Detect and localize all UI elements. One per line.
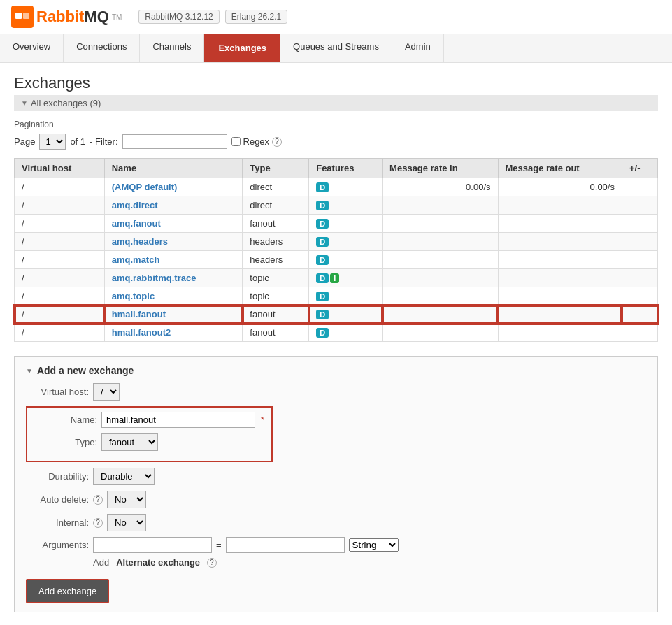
- cell-actions: [622, 251, 657, 269]
- filter-input[interactable]: [122, 134, 227, 149]
- type-select[interactable]: direct fanout topic headers: [101, 433, 158, 451]
- all-exchanges-label: All exchanges (9): [31, 98, 101, 108]
- vhost-label: Virtual host:: [26, 387, 89, 397]
- regex-checkbox[interactable]: [231, 137, 241, 146]
- cell-actions: [622, 269, 657, 287]
- nav-queues[interactable]: Queues and Streams: [280, 34, 392, 62]
- auto-delete-help[interactable]: ?: [93, 495, 103, 505]
- cell-type: direct: [243, 178, 309, 196]
- cell-rate-out: [498, 269, 622, 287]
- nav-admin[interactable]: Admin: [392, 34, 444, 62]
- cell-rate-out: [498, 215, 622, 233]
- cell-vhost: /: [15, 233, 105, 251]
- alt-exchange-help[interactable]: ?: [207, 558, 217, 568]
- page-label: Page: [14, 136, 35, 147]
- cell-type: fanout: [243, 324, 309, 342]
- feature-badge: D: [316, 201, 329, 210]
- page-select[interactable]: 1: [39, 134, 66, 150]
- table-row[interactable]: / amq.topic topic D: [15, 287, 658, 306]
- cell-name[interactable]: amq.headers: [104, 233, 243, 251]
- cell-type: direct: [243, 196, 309, 215]
- cell-features: D: [309, 215, 383, 233]
- arguments-row: Arguments: = String Number Boolean: [26, 537, 646, 553]
- svg-rect-0: [15, 13, 22, 19]
- arg-value-input[interactable]: [226, 537, 345, 553]
- nav-channels[interactable]: Channels: [140, 34, 204, 62]
- vhost-select[interactable]: /: [93, 383, 120, 401]
- table-row[interactable]: / amq.match headers D: [15, 251, 658, 269]
- required-star: *: [261, 415, 264, 425]
- nav-overview[interactable]: Overview: [0, 34, 64, 62]
- regex-help-icon[interactable]: ?: [272, 137, 282, 147]
- col-name: Name: [104, 159, 243, 178]
- arg-key-input[interactable]: [93, 537, 212, 553]
- auto-delete-select[interactable]: No Yes: [107, 491, 146, 508]
- page-title: Exchanges: [14, 74, 658, 92]
- cell-features: D: [309, 287, 383, 306]
- cell-name[interactable]: amq.direct: [104, 196, 243, 215]
- logo-text: RabbitMQ: [36, 8, 109, 26]
- cell-name[interactable]: hmall.fanout: [104, 306, 243, 324]
- all-exchanges-header[interactable]: ▼ All exchanges (9): [14, 95, 658, 111]
- nav-connections[interactable]: Connections: [64, 34, 140, 62]
- cell-rate-in: [383, 287, 498, 306]
- cell-vhost: /: [15, 251, 105, 269]
- feature-badge: D: [316, 292, 329, 301]
- internal-help[interactable]: ?: [93, 518, 103, 528]
- logo-tm: TM: [112, 13, 122, 21]
- type-row: Type: direct fanout topic headers: [34, 433, 264, 451]
- regex-text: Regex: [243, 136, 270, 147]
- nav-exchanges[interactable]: Exchanges: [204, 34, 280, 62]
- cell-name[interactable]: amq.fanout: [104, 215, 243, 233]
- feature-badge: D: [316, 182, 329, 192]
- cell-rate-in: [383, 196, 498, 215]
- internal-select[interactable]: No Yes: [107, 514, 146, 531]
- add-label: Add: [93, 557, 109, 568]
- table-row[interactable]: / amq.fanout fanout D: [15, 215, 658, 233]
- feature-badge: D: [316, 219, 329, 229]
- version-badges: RabbitMQ 3.12.12 Erlang 26.2.1: [138, 10, 287, 24]
- table-row[interactable]: / amq.direct direct D: [15, 196, 658, 215]
- cell-features: D: [309, 251, 383, 269]
- durability-label: Durability:: [26, 471, 89, 482]
- cell-type: headers: [243, 233, 309, 251]
- arguments-label: Arguments:: [26, 540, 89, 550]
- feature-badge: I: [330, 273, 339, 283]
- cell-rate-out: [498, 306, 622, 324]
- col-rate-out: Message rate out: [498, 159, 622, 178]
- cell-actions: [622, 233, 657, 251]
- cell-name[interactable]: (AMQP default): [104, 178, 243, 196]
- cell-rate-out: [498, 324, 622, 342]
- cell-vhost: /: [15, 178, 105, 196]
- cell-vhost: /: [15, 324, 105, 342]
- cell-type: topic: [243, 287, 309, 306]
- cell-rate-out: [498, 251, 622, 269]
- cell-rate-in: [383, 233, 498, 251]
- add-exchange-button[interactable]: Add exchange: [26, 579, 109, 603]
- name-input[interactable]: [101, 412, 255, 428]
- cell-actions: [622, 178, 657, 196]
- table-row[interactable]: / amq.rabbitmq.trace topic DI: [15, 269, 658, 287]
- table-row[interactable]: / (AMQP default) direct D 0.00/s 0.00/s: [15, 178, 658, 196]
- table-row[interactable]: / amq.headers headers D: [15, 233, 658, 251]
- table-row[interactable]: / hmall.fanout fanout D: [15, 306, 658, 324]
- main-content: Exchanges ▼ All exchanges (9) Pagination…: [0, 63, 672, 625]
- cell-type: topic: [243, 269, 309, 287]
- exchanges-table: Virtual host Name Type Features Message …: [14, 158, 658, 342]
- cell-name[interactable]: amq.rabbitmq.trace: [104, 269, 243, 287]
- cell-features: D: [309, 178, 383, 196]
- pagination-controls: Page 1 of 1 - Filter: Regex ?: [14, 134, 658, 150]
- cell-rate-out: 0.00/s: [498, 178, 622, 196]
- col-vhost: Virtual host: [15, 159, 105, 178]
- cell-features: D: [309, 233, 383, 251]
- col-actions: +/-: [622, 159, 657, 178]
- cell-name[interactable]: amq.match: [104, 251, 243, 269]
- cell-name[interactable]: amq.topic: [104, 287, 243, 306]
- name-label: Name:: [34, 415, 97, 425]
- arg-type-select[interactable]: String Number Boolean: [349, 538, 399, 552]
- cell-rate-in: [383, 269, 498, 287]
- cell-name[interactable]: hmall.fanout2: [104, 324, 243, 342]
- table-row[interactable]: / hmall.fanout2 fanout D: [15, 324, 658, 342]
- durability-select[interactable]: Durable Transient: [93, 468, 155, 485]
- cell-vhost: /: [15, 215, 105, 233]
